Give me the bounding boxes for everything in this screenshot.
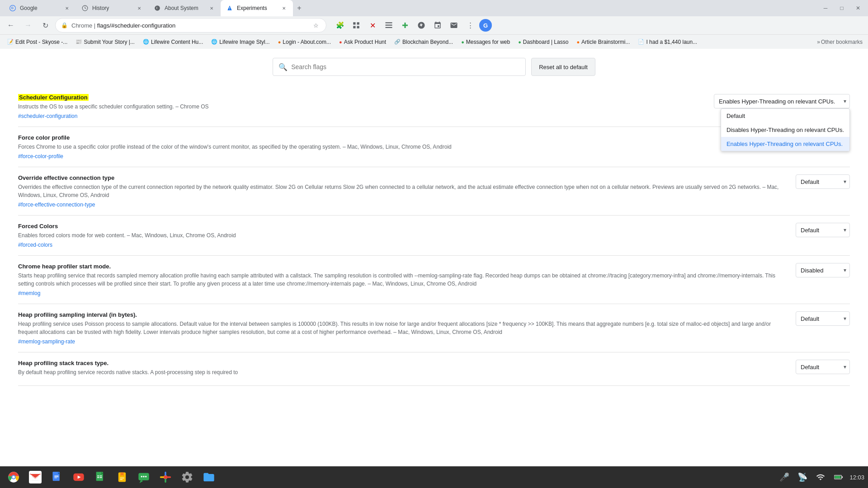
flag-scheduler-link[interactable]: #scheduler-configuration — [18, 113, 77, 119]
new-tab-button[interactable]: + — [293, 2, 306, 14]
search-input[interactable] — [291, 63, 520, 70]
flag-memlog-stack-type: Heap profiling stack traces type. By def… — [18, 352, 850, 386]
flag-memlog-link[interactable]: #memlog — [18, 290, 40, 296]
tab-google-title: Google — [20, 5, 60, 11]
toolbar-icon-2[interactable]: ✕ — [365, 18, 380, 33]
taskbar-settings[interactable] — [177, 467, 197, 487]
tab-history-close[interactable]: ✕ — [136, 5, 143, 12]
tab-about-system-title: About System — [165, 5, 204, 11]
blockchain-favicon-icon: 🔗 — [394, 39, 401, 45]
taskbar-photos[interactable] — [156, 467, 175, 487]
toolbar-icon-3[interactable] — [382, 18, 396, 33]
page-content: 🔍 Reset all to default Scheduler Configu… — [0, 49, 868, 470]
bookmark-lifewire-content[interactable]: 🌐 Lifewire Content Hu... — [139, 36, 207, 48]
forward-button[interactable]: → — [21, 18, 35, 33]
mic-icon[interactable]: 🎤 — [777, 470, 792, 484]
address-box[interactable]: 🔒 Chrome | flags/#scheduler-configuratio… — [55, 18, 326, 33]
about-system-favicon-icon: i — [154, 5, 161, 12]
tab-history[interactable]: History ✕ — [76, 0, 148, 16]
bookmark-ask-product[interactable]: ● Ask Product Hunt — [335, 36, 390, 48]
flag-force-color-text: Force color profile Forces Chrome to use… — [18, 134, 787, 160]
flag-force-color-title: Force color profile — [18, 134, 787, 141]
flag-force-color-link[interactable]: #force-color-profile — [18, 153, 63, 160]
memlog-sampling-select[interactable]: Default — [796, 311, 850, 326]
article-favicon-icon: ● — [576, 39, 580, 45]
battery-icon[interactable] — [831, 470, 846, 484]
bookmark-edit-post[interactable]: 📝 Edit Post - Skyose -... — [4, 36, 71, 48]
reset-all-button[interactable]: Reset all to default — [531, 58, 595, 76]
tab-experiments-close[interactable]: ✕ — [280, 5, 288, 12]
taskbar-keep[interactable] — [112, 467, 132, 487]
lifewire-image-favicon-icon: 🌐 — [211, 39, 217, 45]
bookmark-label: Lifewire Content Hu... — [151, 39, 203, 45]
toolbar-icon-1[interactable] — [349, 18, 363, 33]
flag-memlog-sampling-text: Heap profiling sampling interval (in byt… — [18, 311, 787, 345]
tab-about-system-close[interactable]: ✕ — [208, 5, 215, 12]
toolbar-icon-5[interactable] — [414, 18, 429, 33]
override-connection-select[interactable]: Default — [796, 174, 850, 189]
scheduler-select[interactable]: Default Disables Hyper-Threading on rele… — [714, 94, 850, 108]
flag-memlog-sampling-control: Default — [796, 311, 850, 326]
more-tools-icon[interactable]: ⋮ — [463, 18, 477, 33]
taskbar-files[interactable] — [199, 467, 219, 487]
bookmark-login-about[interactable]: ● Login - About.com... — [274, 36, 335, 48]
dropdown-enables-ht[interactable]: Enables Hyper-Threading on relevant CPUs… — [721, 137, 849, 151]
ask-product-favicon-icon: ● — [339, 39, 342, 45]
taskbar-sheets[interactable] — [90, 467, 110, 487]
dropdown-default[interactable]: Default — [721, 109, 849, 123]
back-button[interactable]: ← — [4, 18, 18, 33]
taskbar-messages[interactable] — [134, 467, 154, 487]
cast-icon[interactable]: 📡 — [795, 470, 810, 484]
toolbar-icon-6[interactable] — [430, 18, 445, 33]
tab-about-system[interactable]: i About System ✕ — [148, 0, 221, 16]
minimize-button[interactable]: ─ — [819, 2, 832, 14]
address-text: Chrome | flags/#scheduler-configuration — [71, 22, 308, 29]
memlog-stack-select[interactable]: Default — [796, 360, 850, 374]
taskbar-youtube[interactable] — [69, 467, 89, 487]
flag-memlog-desc: Starts heap profiling service that recor… — [18, 272, 787, 288]
network-icon[interactable] — [813, 470, 828, 484]
maximize-button[interactable]: □ — [835, 2, 848, 14]
close-button[interactable]: ✕ — [852, 2, 864, 14]
lock-icon: 🔒 — [61, 22, 68, 28]
bookmark-article[interactable]: ● Article Brainstormi... — [573, 36, 633, 48]
address-path: flags/#scheduler-configuration — [97, 22, 175, 29]
forced-colors-select[interactable]: Default — [796, 223, 850, 237]
bookmark-dashboard[interactable]: ● Dashboard | Lasso — [514, 36, 572, 48]
reload-button[interactable]: ↻ — [38, 18, 52, 33]
svg-rect-35 — [120, 478, 124, 478]
flag-memlog-sampling-link[interactable]: #memlog-sampling-rate — [18, 338, 75, 345]
flag-override-connection: Override effective connection type Overr… — [18, 167, 850, 216]
bookmark-messages[interactable]: ● Messages for web — [458, 36, 514, 48]
memlog-select[interactable]: Disabled — [796, 263, 850, 277]
bookmarks-more-button[interactable]: » Other bookmarks — [815, 39, 864, 45]
flag-memlog-stack-desc: By default heap profiling service record… — [18, 368, 787, 376]
bookmark-had[interactable]: 📄 I had a $1,440 laun... — [634, 36, 701, 48]
flag-forced-colors-text: Forced Colors Enables forced colors mode… — [18, 223, 787, 248]
flag-override-connection-link[interactable]: #force-effective-connection-type — [18, 202, 95, 208]
dropdown-disables-ht[interactable]: Disables Hyper-Threading on relevant CPU… — [721, 123, 849, 137]
flag-forced-colors-control: Default — [796, 223, 850, 237]
bookmark-star-icon[interactable]: ☆ — [311, 21, 321, 30]
tab-google[interactable]: G Google ✕ — [4, 0, 76, 16]
bookmark-lifewire-image[interactable]: 🌐 Lifewire Image Styl... — [208, 36, 273, 48]
svg-rect-14 — [386, 27, 392, 28]
toolbar-icon-7[interactable] — [447, 18, 461, 33]
tab-google-close[interactable]: ✕ — [63, 5, 71, 12]
svg-rect-13 — [386, 25, 392, 26]
taskbar-gmail[interactable] — [25, 467, 45, 487]
taskbar-chrome[interactable] — [4, 467, 24, 487]
profile-button[interactable]: G — [479, 19, 492, 32]
bookmark-submit-story[interactable]: 📰 Submit Your Story |... — [72, 36, 138, 48]
bookmark-label: I had a $1,440 laun... — [646, 39, 697, 45]
flag-forced-colors-link[interactable]: #forced-colors — [18, 242, 52, 248]
taskbar-docs[interactable] — [47, 467, 67, 487]
toolbar-icon-4[interactable] — [398, 18, 412, 33]
svg-text:G: G — [11, 6, 14, 9]
forced-colors-select-wrapper: Default — [796, 223, 850, 237]
tab-experiments[interactable]: Experiments ✕ — [221, 0, 293, 16]
bookmark-label: Ask Product Hunt — [344, 39, 386, 45]
bookmark-blockchain[interactable]: 🔗 Blockchain Beyond... — [391, 36, 457, 48]
flag-scheduler-desc: Instructs the OS to use a specific sched… — [18, 103, 705, 111]
extensions-icon[interactable]: 🧩 — [333, 18, 347, 33]
